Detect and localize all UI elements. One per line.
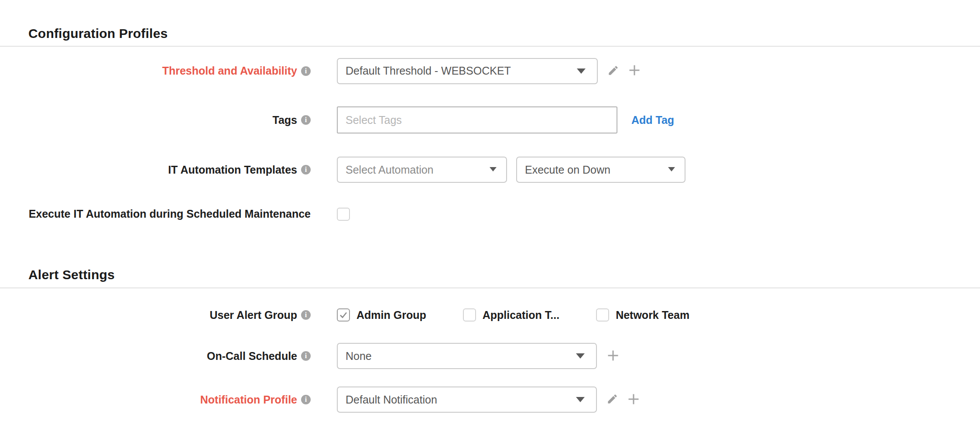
checkbox-network-team[interactable] (596, 308, 609, 322)
user-alert-group-label-group: User Alert Group i (0, 309, 311, 322)
threshold-field-group: Default Threshold - WEBSOCKET (337, 58, 641, 84)
maintenance-checkbox[interactable] (337, 208, 350, 221)
info-icon[interactable]: i (301, 165, 311, 174)
threshold-label-group: Threshold and Availability i (0, 65, 311, 77)
row-it-automation-templates: IT Automation Templates i Select Automat… (0, 156, 980, 183)
notification-label-group: Notification Profile i (0, 393, 311, 406)
checkbox-label-application-team[interactable]: Application T... (483, 309, 559, 322)
threshold-profile-value: Default Threshold - WEBSOCKET (346, 65, 511, 77)
on-call-label: On-Call Schedule (207, 350, 297, 363)
automation-label-group: IT Automation Templates i (0, 164, 311, 176)
row-execute-maintenance: Execute IT Automation during Scheduled M… (0, 207, 980, 221)
on-call-schedule-value: None (346, 350, 372, 363)
notification-field-group: Default Notification (337, 387, 640, 413)
chevron-down-icon (668, 167, 675, 171)
add-tag-link[interactable]: Add Tag (631, 114, 674, 127)
notification-profile-label: Notification Profile (200, 393, 297, 406)
row-user-alert-group: User Alert Group i Admin Group Applicati… (0, 305, 980, 325)
automation-action-value: Execute on Down (525, 164, 610, 176)
info-icon[interactable]: i (301, 66, 311, 76)
notification-profile-value: Default Notification (346, 393, 437, 406)
alert-group-option-network-team: Network Team (596, 308, 689, 322)
checkbox-admin-group[interactable] (337, 308, 350, 322)
add-notification-profile-button[interactable] (627, 393, 640, 407)
info-icon[interactable]: i (301, 351, 311, 361)
edit-threshold-profile-button[interactable] (607, 65, 619, 78)
maintenance-field-group (337, 208, 350, 221)
checkbox-application-team[interactable] (463, 308, 476, 322)
pencil-icon (607, 65, 619, 78)
threshold-profile-select[interactable]: Default Threshold - WEBSOCKET (337, 58, 598, 84)
pencil-icon (607, 393, 618, 406)
user-alert-group-label: User Alert Group (209, 309, 297, 322)
automation-template-select[interactable]: Select Automation (337, 157, 507, 183)
tags-field-group: Add Tag (337, 106, 674, 133)
plus-icon (607, 349, 620, 363)
chevron-down-icon (577, 68, 586, 74)
monitor-configuration-form: Configuration Profiles Threshold and Ava… (0, 0, 980, 431)
row-notification-profile: Notification Profile i Default Notificat… (0, 386, 980, 413)
plus-icon (628, 64, 641, 78)
alert-group-option-application-team: Application T... (463, 308, 559, 322)
tags-label-group: Tags i (0, 114, 311, 127)
section-title-alert-settings: Alert Settings (28, 267, 115, 282)
chevron-down-icon (576, 397, 585, 402)
plus-icon (627, 393, 640, 407)
row-tags: Tags i Add Tag (0, 106, 980, 133)
automation-field-group: Select Automation Execute on Down (337, 157, 685, 183)
maintenance-label: Execute IT Automation during Scheduled M… (29, 208, 311, 220)
alert-group-option-admin-group: Admin Group (337, 308, 426, 322)
on-call-schedule-select[interactable]: None (337, 343, 597, 369)
automation-action-select[interactable]: Execute on Down (516, 157, 685, 183)
section-divider (0, 287, 980, 288)
automation-label: IT Automation Templates (168, 164, 297, 176)
chevron-down-icon (490, 167, 497, 171)
chevron-down-icon (576, 353, 585, 359)
threshold-label: Threshold and Availability (162, 65, 297, 77)
tags-label: Tags (273, 114, 298, 127)
checkbox-label-network-team[interactable]: Network Team (616, 309, 689, 322)
edit-notification-profile-button[interactable] (607, 393, 618, 406)
info-icon[interactable]: i (301, 115, 311, 125)
maintenance-label-group: Execute IT Automation during Scheduled M… (0, 208, 311, 220)
info-icon[interactable]: i (301, 310, 311, 320)
on-call-label-group: On-Call Schedule i (0, 350, 311, 363)
checkbox-label-admin-group[interactable]: Admin Group (356, 309, 426, 322)
tags-input[interactable] (337, 106, 617, 133)
add-on-call-schedule-button[interactable] (607, 349, 620, 363)
notification-profile-select[interactable]: Default Notification (337, 387, 597, 413)
section-title-configuration-profiles: Configuration Profiles (28, 26, 168, 41)
on-call-field-group: None (337, 343, 620, 369)
row-threshold-and-availability: Threshold and Availability i Default Thr… (0, 58, 980, 84)
automation-template-value: Select Automation (346, 164, 434, 176)
section-divider (0, 46, 980, 47)
info-icon[interactable]: i (301, 395, 311, 404)
user-alert-group-options: Admin Group Application T... Network Tea… (337, 308, 689, 322)
row-on-call-schedule: On-Call Schedule i None (0, 342, 980, 369)
add-threshold-profile-button[interactable] (628, 64, 641, 78)
